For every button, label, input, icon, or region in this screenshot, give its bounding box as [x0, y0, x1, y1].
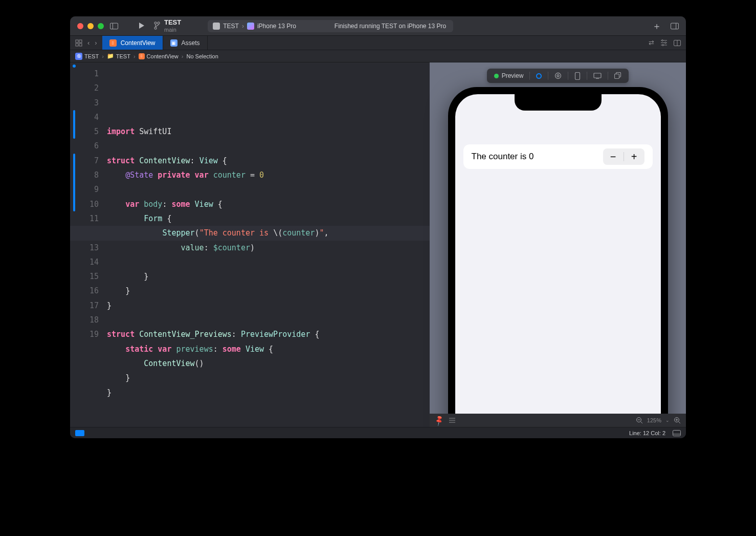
zoom-level[interactable]: 125% — [647, 417, 661, 423]
line-number: 1 — [70, 67, 99, 81]
stepper-label: The counter is 0 — [472, 152, 534, 162]
run-button[interactable] — [138, 22, 146, 30]
code-content[interactable]: import SwiftUI struct ContentView: View … — [104, 62, 430, 427]
zoom-in-icon[interactable] — [674, 417, 681, 424]
build-target: TEST — [223, 23, 239, 30]
sidebar-left-icon[interactable] — [110, 22, 118, 30]
svg-rect-7 — [76, 40, 78, 42]
scheme-name: TEST — [164, 19, 181, 26]
xcode-window: TEST main TEST › iPhone 13 Pro Finished … — [70, 16, 686, 438]
svg-rect-22 — [594, 73, 601, 78]
line-number: 17 — [70, 298, 99, 313]
stepper-control: − + — [603, 148, 644, 165]
chevron-right-icon: › — [134, 53, 136, 59]
canvas-bottom-bar: 📌 125% ⌄ — [430, 414, 686, 427]
scheme-branch: main — [164, 27, 181, 33]
chevron-right-icon: › — [182, 53, 184, 59]
preview-toolbar: Preview — [487, 69, 629, 83]
library-button[interactable]: ＋ — [652, 20, 661, 32]
counterparts-icon[interactable]: ⇄ — [649, 39, 654, 47]
preview-live-button[interactable]: Preview — [490, 69, 528, 83]
stepper-decrement-button[interactable]: − — [603, 148, 624, 165]
notch — [515, 94, 602, 111]
svg-rect-0 — [110, 23, 118, 29]
preview-duplicate-button[interactable] — [610, 69, 626, 83]
change-bar — [73, 154, 75, 211]
line-number: 2 — [70, 81, 99, 95]
line-number: 16 — [70, 284, 99, 298]
svg-rect-8 — [79, 40, 82, 42]
debug-area-chip[interactable] — [75, 430, 84, 436]
line-number: 18 — [70, 313, 99, 327]
line-number: 11 — [70, 211, 99, 226]
breadcrumb-item[interactable]: TEST — [116, 53, 130, 59]
chevron-right-icon: › — [242, 23, 244, 30]
breadcrumb-item[interactable]: No Selection — [186, 53, 218, 59]
minimize-icon[interactable] — [87, 23, 94, 29]
change-dot-icon — [73, 65, 76, 68]
tab-contentview[interactable]: 𓅮 ContentView — [102, 36, 163, 50]
main-area: 1 2 3 4 5 6 7 8 9 10 11 12 13 14 15 16 1… — [70, 62, 686, 427]
adjust-editor-icon[interactable] — [660, 39, 668, 46]
tab-assets[interactable]: ▣ Assets — [163, 36, 208, 50]
traffic-lights — [77, 23, 104, 29]
preview-select-button[interactable] — [532, 69, 546, 83]
line-number: 14 — [70, 255, 99, 269]
line-number: 6 — [70, 139, 99, 153]
preview-list-icon[interactable] — [449, 417, 456, 423]
svg-rect-36 — [673, 430, 681, 436]
svg-rect-9 — [76, 44, 78, 46]
editor-tabstrip: ‹ › 𓅮 ContentView ▣ Assets ⇄ — [70, 36, 686, 50]
debug-area-toggle-icon[interactable] — [673, 430, 681, 436]
breadcrumb-item[interactable]: TEST — [84, 53, 99, 59]
svg-line-30 — [640, 422, 642, 424]
scheme-selector[interactable]: TEST main — [164, 19, 181, 32]
chevron-right-icon: › — [102, 53, 104, 59]
assets-icon: ▣ — [170, 39, 177, 47]
run-controls: TEST main — [138, 19, 181, 32]
breadcrumb-item[interactable]: ContentView — [147, 53, 179, 59]
sidebar-right-icon[interactable] — [671, 22, 679, 30]
code-editor[interactable]: 1 2 3 4 5 6 7 8 9 10 11 12 13 14 15 16 1… — [70, 62, 430, 427]
preview-device-settings-button[interactable] — [570, 69, 585, 83]
svg-point-20 — [557, 75, 559, 77]
svg-point-2 — [154, 22, 157, 24]
branch-icon — [154, 22, 160, 30]
change-bar — [73, 110, 75, 139]
pin-icon[interactable]: 📌 — [433, 415, 445, 426]
tab-label: ContentView — [121, 39, 155, 47]
maximize-icon[interactable] — [98, 23, 104, 29]
line-number: 3 — [70, 96, 99, 110]
statusbar: Line: 12 Col: 2 — [70, 427, 686, 438]
svg-point-14 — [662, 40, 663, 41]
preview-variants-button[interactable] — [550, 69, 566, 83]
svg-point-4 — [154, 27, 157, 29]
device-icon — [247, 23, 254, 30]
preview-label: Preview — [502, 72, 524, 79]
cursor-position: Line: 12 Col: 2 — [629, 430, 665, 436]
tab-label: Assets — [182, 39, 200, 47]
device-screen[interactable]: The counter is 0 − + — [455, 94, 661, 427]
line-gutter: 1 2 3 4 5 6 7 8 9 10 11 12 13 14 15 16 1… — [70, 62, 104, 427]
line-number: 15 — [70, 269, 99, 284]
add-editor-icon[interactable] — [674, 40, 681, 46]
svg-point-3 — [158, 22, 160, 24]
close-icon[interactable] — [77, 23, 83, 29]
breadcrumb[interactable]: ⦿ TEST › 📁 TEST › 𓅮 ContentView › No Sel… — [70, 50, 686, 62]
svg-point-16 — [662, 45, 664, 46]
preview-on-device-button[interactable] — [589, 69, 606, 83]
nav-back-button[interactable]: ‹ — [87, 39, 90, 47]
nav-forward-button[interactable]: › — [95, 39, 97, 47]
zoom-out-icon[interactable] — [636, 417, 643, 424]
svg-point-19 — [555, 73, 561, 79]
chevron-down-icon[interactable]: ⌄ — [665, 418, 670, 423]
activity-pill[interactable]: TEST › iPhone 13 Pro Finished running TE… — [208, 20, 453, 32]
selectable-icon — [536, 73, 542, 79]
svg-line-33 — [679, 422, 681, 424]
stepper-increment-button[interactable]: + — [624, 148, 644, 165]
svg-rect-10 — [79, 44, 82, 46]
swift-icon: 𓅮 — [139, 53, 145, 59]
related-items-icon[interactable] — [75, 39, 82, 47]
line-number: 19 — [70, 327, 99, 341]
form-row: The counter is 0 − + — [463, 144, 653, 169]
